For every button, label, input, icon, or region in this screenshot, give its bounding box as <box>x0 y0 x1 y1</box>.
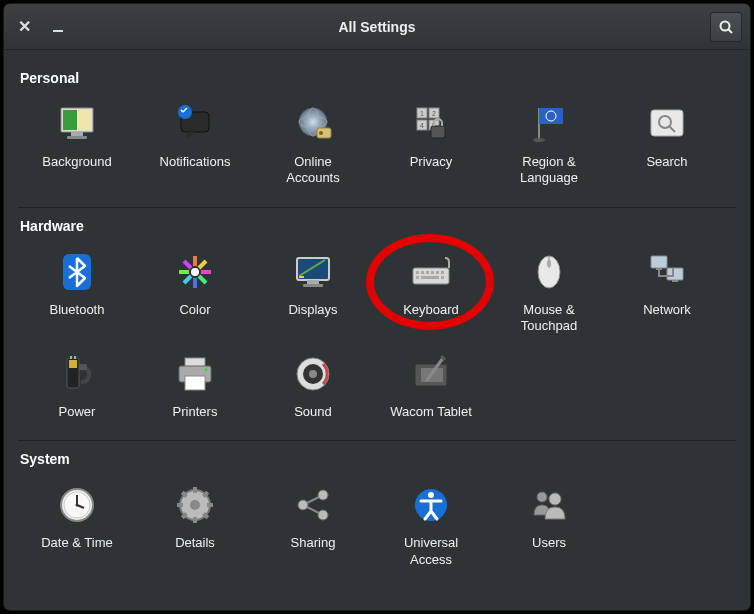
printers-icon <box>171 350 219 398</box>
item-background[interactable]: Background <box>18 90 136 193</box>
svg-point-92 <box>318 510 328 520</box>
svg-rect-4 <box>63 110 77 130</box>
svg-rect-48 <box>431 271 434 274</box>
svg-rect-53 <box>441 276 444 279</box>
item-label: Printers <box>173 404 218 420</box>
svg-line-39 <box>184 261 191 268</box>
svg-rect-5 <box>77 110 91 130</box>
svg-rect-6 <box>71 132 83 136</box>
svg-rect-68 <box>185 376 205 390</box>
svg-rect-57 <box>651 256 667 268</box>
privacy-icon: 1 2 4 5 <box>407 100 455 148</box>
svg-point-1 <box>721 21 730 30</box>
region-language-icon <box>525 100 573 148</box>
svg-rect-84 <box>177 503 183 507</box>
svg-text:2: 2 <box>432 110 436 117</box>
svg-line-40 <box>199 276 206 283</box>
item-mouse-touchpad[interactable]: Mouse & Touchpad <box>490 238 608 341</box>
details-icon <box>171 481 219 529</box>
svg-rect-52 <box>421 276 439 279</box>
settings-window: ✕ All Settings Personal <box>4 4 750 610</box>
users-icon <box>525 481 573 529</box>
item-users[interactable]: Users <box>490 471 608 574</box>
svg-rect-50 <box>441 271 444 274</box>
svg-line-94 <box>307 507 319 513</box>
svg-point-98 <box>549 493 561 505</box>
sound-icon <box>289 350 337 398</box>
item-label: Privacy <box>410 154 453 170</box>
item-bluetooth[interactable]: Bluetooth <box>18 238 136 341</box>
svg-rect-49 <box>436 271 439 274</box>
keyboard-icon <box>407 248 455 296</box>
svg-rect-46 <box>421 271 424 274</box>
power-icon <box>53 350 101 398</box>
item-details[interactable]: Details <box>136 471 254 574</box>
svg-rect-62 <box>69 360 77 368</box>
item-label: Background <box>42 154 111 170</box>
item-displays[interactable]: Displays <box>254 238 372 341</box>
item-sound[interactable]: Sound <box>254 340 372 426</box>
section-label-personal: Personal <box>20 70 736 86</box>
item-online-accounts[interactable]: Online Accounts <box>254 90 372 193</box>
svg-rect-85 <box>207 503 213 507</box>
item-color[interactable]: Color <box>136 238 254 341</box>
item-label: Bluetooth <box>50 302 105 318</box>
item-keyboard[interactable]: Keyboard <box>372 238 490 341</box>
svg-rect-28 <box>651 110 683 136</box>
close-button[interactable]: ✕ <box>12 15 36 39</box>
mouse-icon <box>525 248 573 296</box>
search-icon <box>718 19 734 35</box>
svg-rect-43 <box>303 284 323 287</box>
item-privacy[interactable]: 1 2 4 5 Privacy <box>372 90 490 193</box>
item-notifications[interactable]: Notifications <box>136 90 254 193</box>
svg-point-69 <box>205 369 208 372</box>
window-title: All Settings <box>4 19 750 35</box>
svg-rect-51 <box>416 276 419 279</box>
item-date-time[interactable]: Date & Time <box>18 471 136 574</box>
minimize-button[interactable] <box>46 15 70 39</box>
svg-point-9 <box>178 105 192 119</box>
item-label: Details <box>175 535 215 551</box>
item-search[interactable]: Search <box>608 90 726 193</box>
svg-rect-42 <box>307 280 319 284</box>
network-icon <box>643 248 691 296</box>
universal-access-icon <box>407 481 455 529</box>
search-button[interactable] <box>710 12 742 42</box>
item-label: Notifications <box>160 154 231 170</box>
item-label: Region & Language <box>520 154 578 187</box>
item-label: Search <box>646 154 687 170</box>
svg-rect-23 <box>431 126 445 138</box>
item-printers[interactable]: Printers <box>136 340 254 426</box>
item-label: Network <box>643 302 691 318</box>
svg-point-91 <box>318 490 328 500</box>
svg-line-37 <box>199 261 206 268</box>
svg-rect-63 <box>70 356 72 359</box>
background-icon <box>53 100 101 148</box>
item-label: Power <box>59 404 96 420</box>
item-wacom[interactable]: Wacom Tablet <box>372 340 490 426</box>
item-region-language[interactable]: Region & Language <box>490 90 608 193</box>
notifications-icon <box>171 100 219 148</box>
divider <box>18 440 736 441</box>
svg-line-2 <box>729 29 733 33</box>
sharing-icon <box>289 481 337 529</box>
item-network[interactable]: Network <box>608 238 726 341</box>
svg-rect-0 <box>53 30 63 32</box>
svg-point-96 <box>428 492 434 498</box>
svg-rect-25 <box>539 108 563 124</box>
item-power[interactable]: Power <box>18 340 136 426</box>
svg-point-97 <box>537 492 547 502</box>
wacom-icon <box>407 350 455 398</box>
titlebar: ✕ All Settings <box>4 4 750 50</box>
item-label: Sound <box>294 404 332 420</box>
item-label: Users <box>532 535 566 551</box>
svg-rect-82 <box>193 487 197 493</box>
svg-line-93 <box>307 497 319 503</box>
divider <box>18 207 736 208</box>
item-universal-access[interactable]: Universal Access <box>372 471 490 574</box>
svg-point-27 <box>533 138 545 142</box>
svg-rect-58 <box>667 268 683 280</box>
item-sharing[interactable]: Sharing <box>254 471 372 574</box>
color-icon <box>171 248 219 296</box>
svg-rect-7 <box>67 136 87 139</box>
